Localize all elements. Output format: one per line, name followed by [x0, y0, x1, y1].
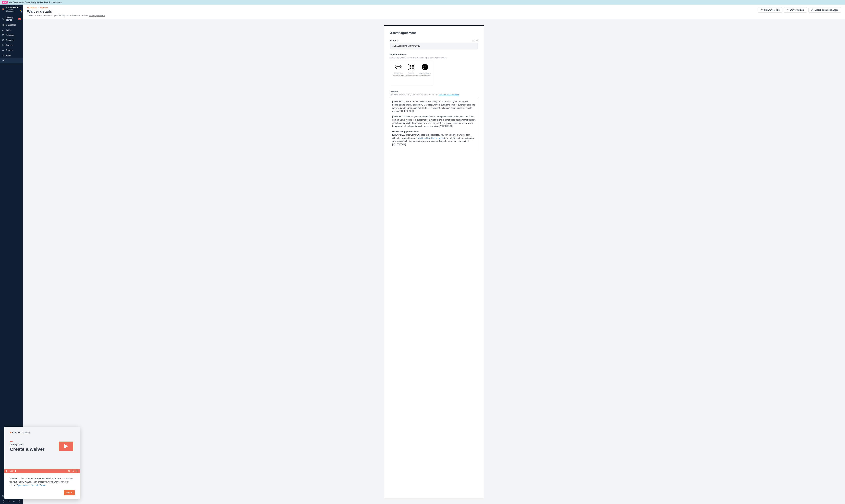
sidebar-item-label: Inbox — [6, 29, 11, 31]
sidebar-item-label: Bookings — [6, 34, 14, 36]
sidebar-item-label: Dashboard — [6, 24, 16, 26]
unlock-button[interactable]: Unlock to make changes — [809, 7, 841, 13]
get-waivers-link-button[interactable]: Get waivers link — [758, 7, 782, 13]
sidebar-item-guests[interactable]: Guests — [0, 43, 23, 48]
sidebar-item-label: Apps — [6, 54, 11, 57]
popup-brand: ROLLER Academy — [10, 431, 74, 434]
sidebar-item-getting-started[interactable]: Getting started 8 — [0, 15, 23, 22]
logo-icon — [2, 8, 5, 11]
accent-dash — [10, 441, 13, 442]
users-icon — [2, 44, 4, 47]
svg-rect-2 — [2, 25, 3, 26]
play-small-icon[interactable] — [6, 470, 8, 472]
announcement-banner: NEW GX Score - new Guest Insights dashbo… — [0, 0, 845, 4]
breadcrumb-waiver[interactable]: WAIVER — [40, 6, 48, 8]
sidebar-item-dashboard[interactable]: Dashboard — [0, 22, 23, 28]
calendar-icon — [2, 34, 4, 36]
waiver-name-input[interactable] — [390, 43, 478, 49]
svg-point-9 — [3, 501, 4, 502]
svg-rect-15 — [412, 65, 414, 67]
sidebar-item-products[interactable]: Products — [0, 38, 23, 43]
volume-icon[interactable] — [68, 470, 70, 472]
sidebar-item-apps[interactable]: Apps — [0, 53, 23, 58]
chart-icon — [2, 49, 4, 52]
svg-point-6 — [2, 44, 3, 45]
sidebar-item-label: Products — [6, 39, 14, 41]
explainer-item-stop: Stop + reschedule If you are feeling unw… — [419, 63, 431, 76]
notifications-icon[interactable] — [13, 500, 15, 503]
popup-body: Watch the video above to learn how to de… — [4, 473, 80, 490]
content-paragraph: [CHECKBOX] In store, you can streamline … — [392, 115, 476, 128]
svg-rect-19 — [412, 68, 413, 69]
fullscreen-icon[interactable] — [76, 470, 78, 472]
got-it-button[interactable]: Got It — [64, 490, 75, 495]
create-waiver-article-link[interactable]: create a waiver article — [439, 93, 459, 96]
sidebar-bottom-bar — [0, 499, 23, 504]
open-video-link[interactable]: Open video in the Help Center — [17, 484, 46, 486]
topbar: SETTINGS › WAIVER Waiver details Define … — [23, 4, 845, 19]
logo-small-icon — [10, 432, 12, 434]
sidebar-item-label: Getting started — [6, 16, 17, 21]
rocket-icon — [2, 18, 4, 20]
setup-waivers-link[interactable]: setting up waivers — [89, 14, 105, 17]
breadcrumb-settings[interactable]: SETTINGS — [27, 6, 37, 8]
help-center-article-link[interactable]: Visit this Help Center article — [418, 137, 444, 139]
help-tooltip-icon[interactable]: ? — [397, 39, 399, 41]
account-icon[interactable] — [3, 500, 5, 503]
sidebar-item-label: Guests — [6, 44, 13, 47]
user-name: Lawrence Shackleton ★ — [6, 8, 21, 12]
onboarding-popup: ✕ ROLLER Academy Getting started Create … — [4, 427, 80, 499]
svg-rect-1 — [3, 24, 4, 25]
banner-text: GX Score - new Guest Insights dashboard — [9, 1, 50, 3]
popup-video-area: ROLLER Academy Getting started Create a … — [4, 427, 80, 469]
svg-rect-14 — [410, 65, 411, 67]
new-badge: NEW — [2, 1, 7, 3]
svg-rect-0 — [2, 24, 3, 25]
explainer-image-preview[interactable]: Mask required Not required when climbing… — [390, 60, 433, 86]
search-icon[interactable] — [8, 500, 10, 503]
name-label: Name ? — [390, 39, 399, 42]
sidebar-item-reports[interactable]: Reports — [0, 48, 23, 53]
sad-face-icon — [421, 63, 429, 71]
content-paragraph: [CHECKBOX] The ROLLER waiver functionali… — [392, 100, 476, 113]
mask-icon — [394, 63, 402, 71]
page-title: Waiver details — [27, 9, 105, 14]
svg-point-24 — [72, 471, 73, 471]
tag-icon — [2, 39, 4, 41]
page-description: Define the terms and rules for your liab… — [27, 14, 105, 17]
svg-point-7 — [3, 60, 3, 61]
org-name: ROLLERWORLD — [6, 6, 21, 8]
main: SETTINGS › WAIVER Waiver details Define … — [23, 4, 845, 504]
clock-icon — [786, 9, 789, 11]
gear-icon — [2, 59, 4, 61]
sidebar-collapse-button[interactable] — [21, 10, 22, 13]
help-icon[interactable] — [18, 500, 20, 503]
inbox-icon — [2, 29, 4, 31]
learn-more-link[interactable]: Learn More — [52, 1, 62, 3]
svg-rect-18 — [413, 68, 414, 68]
play-button[interactable] — [59, 442, 73, 451]
waiver-content-editor[interactable]: [CHECKBOX] The ROLLER waiver functionali… — [390, 97, 478, 151]
sidebar-item-bookings[interactable]: Bookings — [0, 33, 23, 38]
settings-icon[interactable] — [72, 470, 74, 472]
content-area: Waiver agreement Name ? 23 / 75 Explaine… — [23, 19, 845, 504]
name-char-counter: 23 / 75 — [472, 39, 478, 42]
breadcrumb: SETTINGS › WAIVER — [27, 6, 105, 8]
svg-rect-20 — [413, 68, 414, 69]
apps-icon — [2, 54, 4, 57]
sidebar-item-label: Reports — [6, 49, 13, 52]
video-controls: 1:31 — [4, 469, 80, 473]
lock-icon — [811, 9, 813, 11]
svg-rect-16 — [410, 68, 411, 69]
video-progress[interactable] — [15, 471, 66, 471]
sidebar-item-settings[interactable] — [0, 58, 23, 63]
chevron-right-icon: › — [38, 6, 39, 8]
waiver-holders-button[interactable]: Waiver holders — [784, 7, 807, 13]
explainer-item-mask: Mask required Not required when climbing — [392, 63, 404, 76]
qr-icon — [408, 63, 416, 71]
svg-rect-3 — [3, 25, 4, 26]
explainer-subtext: Add an optional full width image at the … — [390, 57, 478, 59]
svg-point-5 — [3, 40, 3, 40]
explainer-label: Explainer image — [390, 53, 478, 56]
sidebar-item-inbox[interactable]: Inbox — [0, 28, 23, 33]
